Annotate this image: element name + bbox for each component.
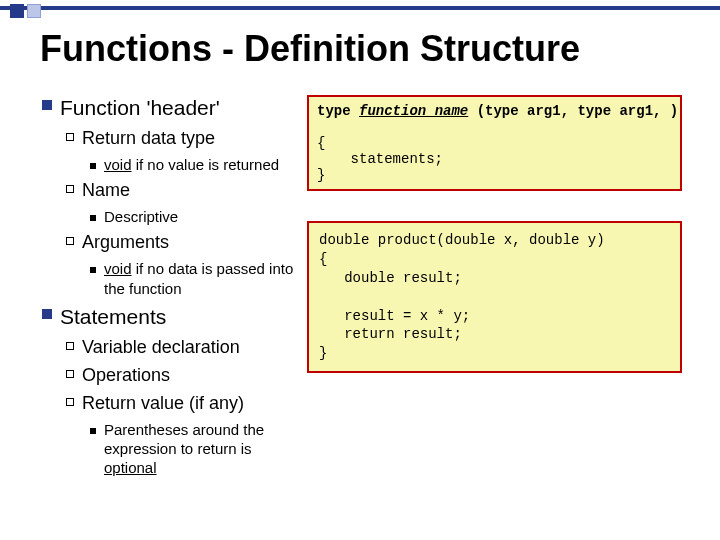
tiny-square-bullet-icon	[90, 428, 96, 434]
page-title: Functions - Definition Structure	[40, 28, 580, 70]
open-square-bullet-icon	[66, 370, 74, 378]
item-name: Name	[82, 179, 130, 202]
item-return-value: Return value (if any)	[82, 392, 244, 415]
section-heading: Statements	[60, 304, 166, 331]
content: Function 'header' Return data type void …	[42, 95, 682, 482]
syntax-box: type function_name (type arg1, type arg1…	[307, 95, 682, 191]
outline: Function 'header' Return data type void …	[42, 95, 301, 482]
square-bullet-icon	[42, 309, 52, 319]
item-descriptive: Descriptive	[104, 207, 178, 226]
item-arguments: Arguments	[82, 231, 169, 254]
tiny-square-bullet-icon	[90, 215, 96, 221]
item-parens: Parentheses around the expression to ret…	[104, 420, 301, 478]
item-operations: Operations	[82, 364, 170, 387]
item-void-return: void if no value is returned	[104, 155, 279, 174]
square-bullet-icon	[42, 100, 52, 110]
open-square-bullet-icon	[66, 342, 74, 350]
open-square-bullet-icon	[66, 185, 74, 193]
example-box: double product(double x, double y) { dou…	[307, 221, 682, 373]
open-square-bullet-icon	[66, 398, 74, 406]
open-square-bullet-icon	[66, 237, 74, 245]
section-heading: Function 'header'	[60, 95, 220, 122]
item-vardecl: Variable declaration	[82, 336, 240, 359]
code-examples: type function_name (type arg1, type arg1…	[307, 95, 682, 482]
item-void-arg: void if no data is passed into the funct…	[104, 259, 301, 297]
top-rule	[0, 6, 720, 10]
tiny-square-bullet-icon	[90, 267, 96, 273]
item-return-type: Return data type	[82, 127, 215, 150]
accent-blocks	[10, 4, 41, 18]
open-square-bullet-icon	[66, 133, 74, 141]
tiny-square-bullet-icon	[90, 163, 96, 169]
